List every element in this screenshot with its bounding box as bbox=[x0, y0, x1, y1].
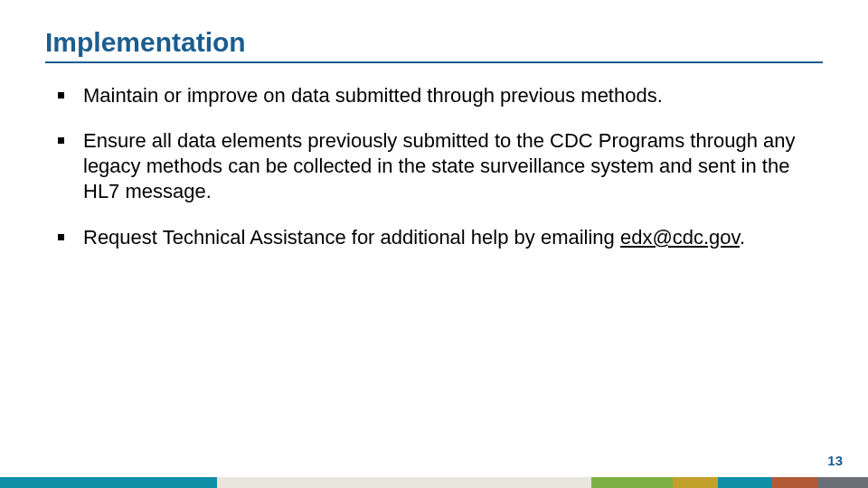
list-item: Request Technical Assistance for additio… bbox=[45, 225, 823, 250]
footer-seg bbox=[817, 477, 868, 488]
footer-seg bbox=[217, 477, 423, 488]
footer-seg bbox=[591, 477, 673, 488]
list-item: Ensure all data elements previously subm… bbox=[45, 128, 823, 204]
bullet-text-prefix: Request Technical Assistance for additio… bbox=[83, 226, 620, 249]
slide-content: Implementation Maintain or improve on da… bbox=[0, 0, 868, 250]
footer-color-bar bbox=[0, 477, 868, 488]
footer-seg bbox=[0, 477, 217, 488]
footer-seg bbox=[718, 477, 772, 488]
bullet-list: Maintain or improve on data submitted th… bbox=[45, 83, 823, 250]
slide-title: Implementation bbox=[45, 27, 823, 63]
footer-seg bbox=[673, 477, 718, 488]
footer-seg bbox=[772, 477, 817, 488]
bullet-text: Maintain or improve on data submitted th… bbox=[83, 84, 663, 107]
bullet-text: Ensure all data elements previously subm… bbox=[83, 129, 796, 202]
bullet-text-suffix: . bbox=[740, 226, 745, 249]
email-link[interactable]: edx@cdc.gov bbox=[620, 226, 740, 249]
page-number: 13 bbox=[827, 453, 843, 468]
footer-seg bbox=[423, 477, 591, 488]
list-item: Maintain or improve on data submitted th… bbox=[45, 83, 823, 108]
